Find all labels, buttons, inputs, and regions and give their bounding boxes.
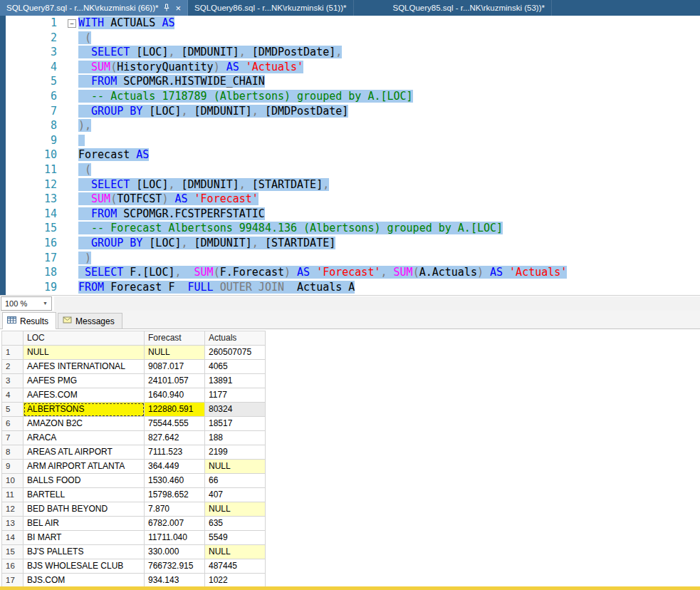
grid-cell[interactable]: 7111.523 (145, 445, 205, 460)
grid-cell[interactable]: 7.870 (145, 502, 205, 517)
grid-cell[interactable]: 13891 (205, 374, 266, 388)
row-number-cell[interactable]: 8 (2, 445, 23, 460)
code-line[interactable]: SUM(TOTFCST) AS 'Forecast' (78, 192, 700, 207)
grid-cell[interactable]: 766732.915 (145, 559, 205, 574)
column-header-forecast[interactable]: Forecast (145, 331, 205, 346)
grid-cell[interactable]: AMAZON B2C (23, 417, 145, 431)
code-line[interactable]: -- Forecast Albertsons 99484.136 (Albert… (78, 221, 700, 236)
row-number-cell[interactable]: 5 (2, 403, 23, 417)
row-number-cell[interactable]: 15 (2, 545, 23, 559)
close-icon[interactable]: × (175, 4, 181, 13)
grid-cell[interactable]: 6782.007 (145, 517, 205, 531)
grid-cell[interactable]: AAFES INTERNATIONAL (23, 360, 145, 374)
grid-cell[interactable]: AAFES.COM (23, 388, 145, 403)
grid-cell[interactable]: ARACA (23, 431, 145, 445)
grid-cell[interactable]: 1177 (205, 388, 266, 403)
code-line[interactable]: SELECT F.[LOC], SUM(F.Forecast) AS 'Fore… (78, 265, 700, 280)
grid-cell[interactable]: 9087.017 (145, 360, 205, 374)
code-line[interactable]: WITH ACTUALS AS (78, 16, 700, 31)
grid-cell[interactable]: 364.449 (145, 460, 205, 474)
code-line[interactable]: GROUP BY [LOC], [DMDUNIT], [STARTDATE] (78, 236, 700, 251)
grid-cell[interactable]: 487445 (205, 559, 266, 574)
grid-cell[interactable]: 80324 (205, 403, 266, 417)
code-line[interactable]: ), (78, 118, 700, 133)
grid-cell[interactable]: NULL (205, 502, 266, 517)
row-number-cell[interactable]: 3 (2, 374, 23, 388)
document-tab-sqlquery85[interactable]: SQLQuery85.sql - r...NK\rkuzminski (53))… (387, 0, 552, 16)
row-number-cell[interactable]: 16 (2, 559, 23, 574)
grid-cell[interactable]: BJ'S PALLETS (23, 545, 145, 559)
code-line[interactable]: FROM SCPOMGR.HISTWIDE_CHAIN (78, 74, 700, 89)
grid-cell[interactable]: ALBERTSONS (23, 403, 145, 417)
code-line[interactable]: SUM(HistoryQuantity) AS 'Actuals' (78, 60, 700, 75)
code-line[interactable]: SELECT [LOC], [DMDUNIT], [STARTDATE], (78, 177, 700, 192)
row-number-cell[interactable]: 14 (2, 531, 23, 545)
grid-cell[interactable]: BJS WHOLESALE CLUB (23, 559, 145, 574)
row-number-cell[interactable]: 4 (2, 388, 23, 403)
grid-cell[interactable]: 15798.652 (145, 488, 205, 502)
grid-cell[interactable]: 66 (205, 474, 266, 488)
document-tab-sqlquery87[interactable]: SQLQuery87.sql - r...NK\rkuzminski (66))… (0, 0, 188, 16)
grid-cell[interactable]: 635 (205, 517, 266, 531)
code-line[interactable]: GROUP BY [LOC], [DMDUNIT], [DMDPostDate] (78, 104, 700, 119)
row-number-cell[interactable]: 9 (2, 460, 23, 474)
grid-corner-cell[interactable] (2, 331, 23, 346)
column-header-loc[interactable]: LOC (23, 331, 145, 346)
grid-cell[interactable]: 1530.460 (145, 474, 205, 488)
grid-cell[interactable]: 24101.057 (145, 374, 205, 388)
pin-icon[interactable] (163, 4, 170, 12)
grid-cell[interactable]: NULL (145, 346, 205, 360)
code-area[interactable]: WITH ACTUALS AS ( SELECT [LOC], [DMDUNIT… (78, 16, 700, 295)
horizontal-scrollbar[interactable] (54, 296, 700, 311)
grid-cell[interactable]: AREAS ATL AIRPORT (23, 445, 145, 460)
tab-results[interactable]: Results (2, 312, 56, 329)
grid-cell[interactable]: 122880.591 (145, 403, 205, 417)
grid-cell[interactable]: 75544.555 (145, 417, 205, 431)
grid-cell[interactable]: BARTELL (23, 488, 145, 502)
code-line[interactable]: -- Actuals 1718789 (Albertsons) grouped … (78, 89, 700, 104)
grid-cell[interactable]: 407 (205, 488, 266, 502)
row-number-cell[interactable]: 13 (2, 517, 23, 531)
grid-cell[interactable]: 188 (205, 431, 266, 445)
grid-cell[interactable]: 5549 (205, 531, 266, 545)
grid-cell[interactable]: BALLS FOOD (23, 474, 145, 488)
row-number-cell[interactable]: 11 (2, 488, 23, 502)
grid-cell[interactable]: 1022 (205, 574, 266, 587)
code-line[interactable]: ( (78, 31, 700, 46)
grid-cell[interactable]: 260507075 (205, 346, 266, 360)
row-number-cell[interactable]: 2 (2, 360, 23, 374)
grid-cell[interactable]: ARM AIRPORT ATLANTA (23, 460, 145, 474)
grid-cell[interactable]: NULL (205, 545, 266, 559)
grid-cell[interactable]: 934.143 (145, 574, 205, 587)
grid-cell[interactable]: BJS.COM (23, 574, 145, 587)
column-header-actuals[interactable]: Actuals (205, 331, 266, 346)
row-number-cell[interactable]: 7 (2, 431, 23, 445)
code-line[interactable]: ) (78, 251, 700, 266)
collapse-minus-icon[interactable]: − (68, 19, 76, 28)
code-line[interactable]: FROM SCPOMGR.FCSTPERFSTATIC (78, 207, 700, 222)
grid-cell[interactable]: 4065 (205, 360, 266, 374)
tab-messages[interactable]: Messages (58, 313, 122, 328)
code-line[interactable]: FROM Forecast F FULL OUTER JOIN Actuals … (78, 280, 700, 295)
grid-cell[interactable]: 11711.040 (145, 531, 205, 545)
grid-cell[interactable]: NULL (23, 346, 145, 360)
grid-cell[interactable]: 18517 (205, 417, 266, 431)
code-line[interactable]: ( (78, 162, 700, 177)
row-number-cell[interactable]: 12 (2, 502, 23, 517)
code-line[interactable]: Forecast AS (78, 148, 700, 162)
row-number-cell[interactable]: 10 (2, 474, 23, 488)
row-number-cell[interactable]: 6 (2, 417, 23, 431)
grid-cell[interactable]: 330.000 (145, 545, 205, 559)
grid-cell[interactable]: NULL (205, 460, 266, 474)
code-line[interactable] (78, 133, 700, 148)
grid-cell[interactable]: AAFES PMG (23, 374, 145, 388)
grid-cell[interactable]: 827.642 (145, 431, 205, 445)
document-tab-sqlquery86[interactable]: SQLQuery86.sql - r...NK\rkuzminski (51))… (188, 0, 353, 16)
row-number-cell[interactable]: 17 (2, 574, 23, 587)
grid-cell[interactable]: BI MART (23, 531, 145, 545)
grid-cell[interactable]: BED BATH BEYOND (23, 502, 145, 517)
code-line[interactable]: SELECT [LOC], [DMDUNIT], [DMDPostDate], (78, 45, 700, 60)
zoom-selector[interactable]: 100 % ▼ (1, 296, 52, 311)
grid-cell[interactable]: 1640.940 (145, 388, 205, 403)
grid-cell[interactable]: 2199 (205, 445, 266, 460)
